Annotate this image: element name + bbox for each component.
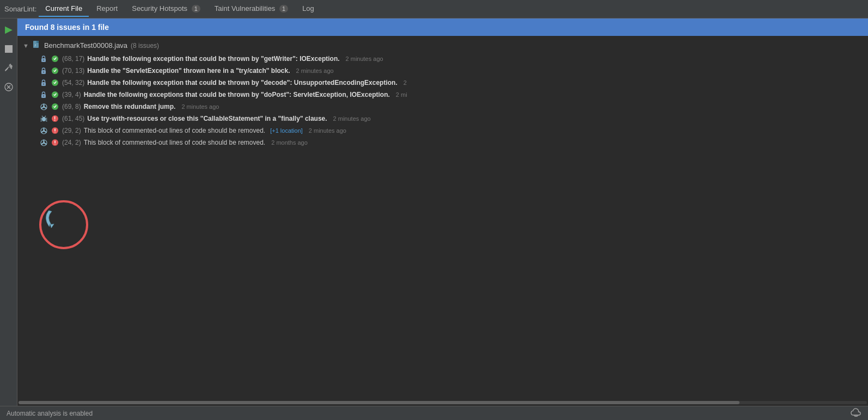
cloud-icon xyxy=(851,408,861,418)
issue-message: This block of commented-out lines of cod… xyxy=(84,139,266,146)
severity-info-icon xyxy=(51,78,59,87)
svg-line-26 xyxy=(40,121,42,121)
issue-row[interactable]: (69, 8) Remove this redundant jump. 2 mi… xyxy=(17,101,868,113)
issue-location: (70, 13) xyxy=(62,67,84,75)
issue-location: (68, 17) xyxy=(62,55,84,63)
lock-icon xyxy=(39,90,48,99)
status-text: Automatic analysis is enabled xyxy=(7,410,93,417)
severity-warn-icon xyxy=(51,138,59,147)
svg-text:!: ! xyxy=(54,116,56,122)
taint-vulnerabilities-badge: 1 xyxy=(279,5,288,13)
horizontal-scrollbar[interactable] xyxy=(17,399,868,406)
issue-time: 2 minutes ago xyxy=(333,115,371,122)
tab-security-hotspots[interactable]: Security Hotspots 1 xyxy=(125,1,207,17)
svg-line-27 xyxy=(46,118,47,119)
main-area: ▶ xyxy=(0,18,868,406)
app-label: SonarLint: xyxy=(4,5,36,13)
close-icon xyxy=(4,83,13,94)
lock-icon xyxy=(39,66,48,75)
svg-line-31 xyxy=(45,116,46,117)
issue-location: (24, 2) xyxy=(62,139,81,146)
svg-point-41 xyxy=(54,144,55,144)
issue-time: 2 months ago xyxy=(271,139,308,146)
svg-line-29 xyxy=(46,121,47,121)
issue-location: (29, 2) xyxy=(62,127,81,134)
radiation-icon xyxy=(39,138,48,147)
radiation-icon xyxy=(39,126,48,135)
issue-row[interactable]: (70, 13) Handle the "ServletException" t… xyxy=(17,65,868,77)
issue-row[interactable]: (39, 4) Handle the following exceptions … xyxy=(17,89,868,101)
svg-line-30 xyxy=(42,116,43,117)
issue-time: 2 xyxy=(404,79,407,86)
issue-location: (54, 32) xyxy=(62,79,84,87)
issue-row[interactable]: (68, 17) Handle the following exception … xyxy=(17,53,868,65)
tab-report[interactable]: Report xyxy=(90,1,124,17)
issue-row[interactable]: ! (61, 45) Use try-with-resources or clo… xyxy=(17,113,868,125)
issue-message: Handle the following exception that coul… xyxy=(87,55,339,63)
svg-point-14 xyxy=(43,84,44,85)
svg-point-37 xyxy=(54,132,55,132)
svg-point-17 xyxy=(43,96,44,97)
svg-point-8 xyxy=(43,60,44,61)
issues-banner-text: Found 8 issues in 1 file xyxy=(25,23,109,32)
issue-message: Handle the following exceptions that cou… xyxy=(84,91,390,98)
issue-message: This block of commented-out lines of cod… xyxy=(84,127,266,134)
tab-taint-vulnerabilities[interactable]: Taint Vulnerabilities 1 xyxy=(208,1,295,17)
issue-time: 2 minutes ago xyxy=(296,67,334,74)
severity-info-icon xyxy=(51,54,59,63)
issue-row-circled[interactable]: (29, 2) This block of commented-out line… xyxy=(17,125,868,137)
issue-time: 2 minutes ago xyxy=(309,127,346,134)
stop-icon xyxy=(5,45,13,53)
run-button[interactable]: ▶ xyxy=(2,23,15,36)
issue-message: Use try-with-resources or close this "Ca… xyxy=(87,115,327,122)
stop-button[interactable] xyxy=(2,42,15,55)
issue-time: 2 minutes ago xyxy=(346,55,383,62)
svg-text:J: J xyxy=(34,44,36,47)
severity-info-icon xyxy=(51,90,59,99)
issue-location: (69, 8) xyxy=(62,103,81,110)
file-chevron: ▼ xyxy=(23,42,29,49)
issue-time: 2 mi xyxy=(396,91,407,98)
lock-icon xyxy=(39,54,48,63)
content-panel: Found 8 issues in 1 file ▼ J BenchmarkTe… xyxy=(17,18,868,406)
issue-message: Handle the "ServletException" thrown her… xyxy=(87,67,290,75)
status-bar: Automatic analysis is enabled xyxy=(0,406,868,420)
settings-button[interactable] xyxy=(2,62,15,75)
issue-time: 2 minutes ago xyxy=(181,103,219,110)
close-button[interactable] xyxy=(2,82,15,95)
svg-rect-5 xyxy=(36,41,39,43)
issue-row[interactable]: (54, 32) Handle the following exception … xyxy=(17,77,868,89)
issue-message: Handle the following exception that coul… xyxy=(87,79,397,87)
tab-log[interactable]: Log xyxy=(296,1,321,17)
issues-banner: Found 8 issues in 1 file xyxy=(17,18,868,36)
issue-location: (61, 45) xyxy=(62,115,84,122)
bug-icon xyxy=(39,114,48,123)
location-badge: [+1 location] xyxy=(270,127,303,134)
security-hotspots-badge: 1 xyxy=(192,5,200,13)
lock-icon xyxy=(39,78,48,87)
run-icon: ▶ xyxy=(5,23,13,35)
file-name: BenchmarkTest00008.java xyxy=(44,41,127,50)
severity-info-icon xyxy=(51,66,59,75)
severity-info-icon xyxy=(51,102,59,111)
issue-location: (39, 4) xyxy=(62,91,81,98)
issue-message: Remove this redundant jump. xyxy=(84,103,176,110)
left-toolbar: ▶ xyxy=(0,18,17,406)
tab-bar: SonarLint: Current File Report Security … xyxy=(0,0,868,18)
file-issues-count: (8 issues) xyxy=(131,42,159,50)
issue-row[interactable]: (24, 2) This block of commented-out line… xyxy=(17,137,868,149)
radiation-icon xyxy=(39,102,48,111)
severity-warn-icon xyxy=(51,126,59,135)
severity-error-icon: ! xyxy=(51,114,59,123)
settings-icon xyxy=(4,63,14,75)
issues-list[interactable]: ▼ J BenchmarkTest00008.java (8 issues) xyxy=(17,36,868,399)
tab-current-file[interactable]: Current File xyxy=(39,1,89,17)
file-icon: J xyxy=(32,40,41,51)
svg-line-24 xyxy=(40,118,42,119)
svg-point-23 xyxy=(42,116,45,119)
svg-point-11 xyxy=(43,72,44,73)
file-row[interactable]: ▼ J BenchmarkTest00008.java (8 issues) xyxy=(17,38,868,53)
